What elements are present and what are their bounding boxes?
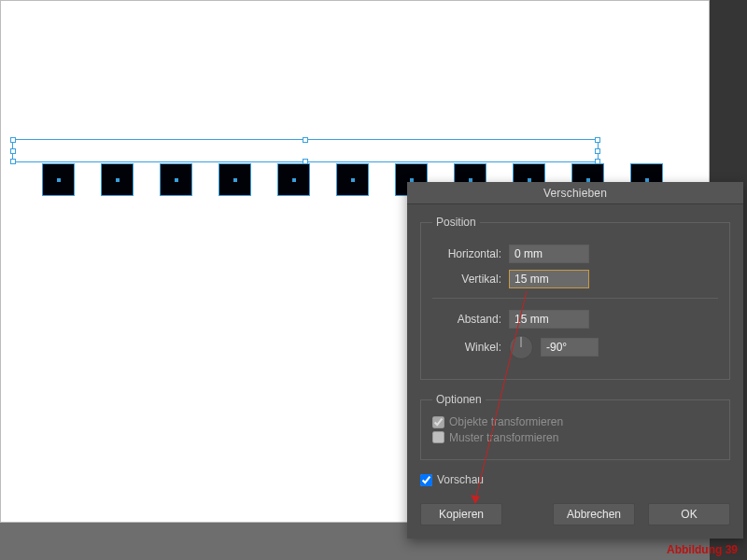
dialog-title: Verschieben [407,182,743,204]
checkbox-muster-label: Muster transformieren [449,431,558,444]
abbrechen-button[interactable]: Abbrechen [553,503,635,525]
angle-dial-icon[interactable] [509,335,533,359]
checkbox-objekte-transformieren: Objekte transformieren [432,415,563,428]
selection-bounding-box[interactable] [12,139,599,162]
dialog-button-row: Kopieren Abbrechen OK [420,503,730,525]
input-horizontal[interactable] [509,245,589,263]
kopieren-button[interactable]: Kopieren [420,503,502,525]
artwork-square[interactable] [42,163,75,196]
checkbox-vorschau-label: Vorschau [437,473,484,486]
group-position-legend: Position [432,216,480,229]
selection-handle-w[interactable] [10,148,16,154]
input-abstand[interactable] [509,310,589,329]
separator [432,298,718,299]
checkbox-vorschau-input[interactable] [420,474,432,486]
selection-handle-e[interactable] [595,148,600,154]
group-optionen: Optionen Objekte transformieren Muster t… [420,393,730,460]
artwork-square[interactable] [101,163,134,196]
selection-handle-nw[interactable] [10,137,16,143]
checkbox-objekte-label: Objekte transformieren [449,415,563,428]
selection-handle-sw[interactable] [10,159,16,164]
checkbox-objekte-input [432,416,444,428]
artwork-square[interactable] [336,163,369,196]
ok-button[interactable]: OK [648,503,730,525]
input-winkel[interactable] [541,338,599,357]
label-winkel: Winkel: [432,341,509,354]
figure-caption: Abbildung 39 [667,543,738,556]
group-position: Position Horizontal: Vertikal: Abstand: … [420,216,730,380]
selection-handle-n[interactable] [303,137,308,143]
artwork-square[interactable] [218,163,251,196]
move-dialog: Verschieben Position Horizontal: Vertika… [407,182,743,539]
label-horizontal: Horizontal: [432,247,509,260]
checkbox-muster-transformieren: Muster transformieren [432,431,558,444]
label-abstand: Abstand: [432,313,509,326]
selection-handle-ne[interactable] [595,137,600,143]
group-optionen-legend: Optionen [432,393,486,406]
artwork-square[interactable] [160,163,192,196]
input-vertikal[interactable] [509,270,589,288]
label-vertikal: Vertikal: [432,273,509,286]
checkbox-muster-input [432,431,444,443]
artwork-square[interactable] [277,163,310,196]
checkbox-vorschau[interactable]: Vorschau [420,473,484,486]
